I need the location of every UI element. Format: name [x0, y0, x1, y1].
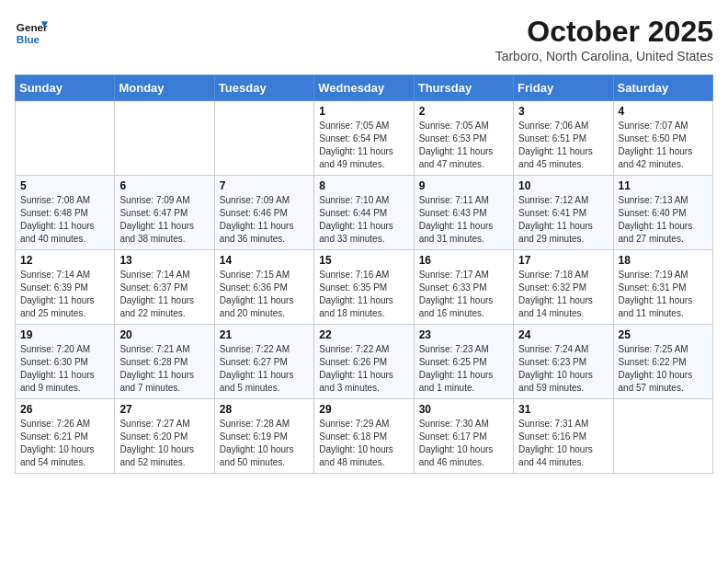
day-header-tuesday: Tuesday: [214, 75, 313, 101]
day-number: 11: [619, 179, 708, 192]
calendar-cell: 31Sunrise: 7:31 AM Sunset: 6:16 PM Dayli…: [514, 399, 613, 474]
day-header-wednesday: Wednesday: [314, 75, 414, 101]
day-info: Sunrise: 7:14 AM Sunset: 6:39 PM Dayligh…: [20, 269, 109, 320]
calendar-week-row: 26Sunrise: 7:26 AM Sunset: 6:21 PM Dayli…: [16, 399, 713, 474]
day-number: 15: [319, 254, 408, 267]
calendar-cell: [214, 101, 313, 176]
calendar-cell: 8Sunrise: 7:10 AM Sunset: 6:44 PM Daylig…: [314, 176, 414, 250]
day-number: 21: [220, 328, 309, 341]
day-header-thursday: Thursday: [414, 75, 513, 101]
day-info: Sunrise: 7:31 AM Sunset: 6:16 PM Dayligh…: [518, 418, 608, 469]
day-info: Sunrise: 7:22 AM Sunset: 6:27 PM Dayligh…: [220, 343, 309, 395]
calendar-cell: 9Sunrise: 7:11 AM Sunset: 6:43 PM Daylig…: [414, 176, 513, 250]
calendar-cell: 15Sunrise: 7:16 AM Sunset: 6:35 PM Dayli…: [314, 250, 414, 325]
day-number: 29: [319, 403, 408, 416]
calendar-cell: 4Sunrise: 7:07 AM Sunset: 6:50 PM Daylig…: [613, 101, 712, 176]
location-subtitle: Tarboro, North Carolina, United States: [495, 49, 713, 63]
day-info: Sunrise: 7:30 AM Sunset: 6:17 PM Dayligh…: [419, 418, 508, 469]
day-number: 18: [619, 254, 708, 267]
day-number: 27: [119, 403, 209, 416]
day-number: 10: [518, 179, 608, 192]
calendar-cell: 11Sunrise: 7:13 AM Sunset: 6:40 PM Dayli…: [613, 176, 712, 250]
day-info: Sunrise: 7:29 AM Sunset: 6:18 PM Dayligh…: [319, 418, 408, 469]
day-header-friday: Friday: [514, 75, 613, 101]
day-number: 14: [220, 254, 309, 267]
day-number: 7: [220, 179, 309, 192]
calendar-cell: [16, 101, 115, 176]
calendar-cell: 12Sunrise: 7:14 AM Sunset: 6:39 PM Dayli…: [16, 250, 115, 325]
day-info: Sunrise: 7:10 AM Sunset: 6:44 PM Dayligh…: [319, 194, 408, 246]
day-info: Sunrise: 7:07 AM Sunset: 6:50 PM Dayligh…: [619, 120, 708, 171]
day-number: 22: [319, 328, 408, 341]
calendar-cell: 25Sunrise: 7:25 AM Sunset: 6:22 PM Dayli…: [613, 325, 712, 399]
day-info: Sunrise: 7:15 AM Sunset: 6:36 PM Dayligh…: [220, 269, 309, 320]
day-info: Sunrise: 7:21 AM Sunset: 6:28 PM Dayligh…: [119, 343, 209, 395]
calendar-cell: [115, 101, 214, 176]
calendar-cell: 19Sunrise: 7:20 AM Sunset: 6:30 PM Dayli…: [16, 325, 115, 399]
day-info: Sunrise: 7:12 AM Sunset: 6:41 PM Dayligh…: [518, 194, 608, 246]
calendar-cell: 16Sunrise: 7:17 AM Sunset: 6:33 PM Dayli…: [414, 250, 513, 325]
calendar-cell: 27Sunrise: 7:27 AM Sunset: 6:20 PM Dayli…: [115, 399, 214, 474]
day-number: 30: [419, 403, 508, 416]
day-info: Sunrise: 7:23 AM Sunset: 6:25 PM Dayligh…: [419, 343, 508, 395]
calendar-cell: 13Sunrise: 7:14 AM Sunset: 6:37 PM Dayli…: [115, 250, 214, 325]
calendar-cell: 18Sunrise: 7:19 AM Sunset: 6:31 PM Dayli…: [613, 250, 712, 325]
month-title: October 2025: [495, 15, 713, 49]
calendar-table: SundayMondayTuesdayWednesdayThursdayFrid…: [15, 75, 713, 474]
day-info: Sunrise: 7:22 AM Sunset: 6:26 PM Dayligh…: [319, 343, 408, 395]
day-info: Sunrise: 7:18 AM Sunset: 6:32 PM Dayligh…: [518, 269, 608, 320]
calendar-cell: 22Sunrise: 7:22 AM Sunset: 6:26 PM Dayli…: [314, 325, 414, 399]
day-header-monday: Monday: [115, 75, 214, 101]
day-info: Sunrise: 7:25 AM Sunset: 6:22 PM Dayligh…: [619, 343, 708, 395]
day-number: 3: [518, 105, 608, 118]
calendar-week-row: 12Sunrise: 7:14 AM Sunset: 6:39 PM Dayli…: [16, 250, 713, 325]
day-info: Sunrise: 7:08 AM Sunset: 6:48 PM Dayligh…: [20, 194, 109, 246]
calendar-cell: 28Sunrise: 7:28 AM Sunset: 6:19 PM Dayli…: [214, 399, 313, 474]
day-info: Sunrise: 7:20 AM Sunset: 6:30 PM Dayligh…: [20, 343, 109, 395]
day-info: Sunrise: 7:09 AM Sunset: 6:47 PM Dayligh…: [119, 194, 209, 246]
calendar-cell: 7Sunrise: 7:09 AM Sunset: 6:46 PM Daylig…: [214, 176, 313, 250]
day-number: 16: [419, 254, 508, 267]
day-number: 4: [619, 105, 708, 118]
day-number: 28: [220, 403, 309, 416]
day-number: 9: [419, 179, 508, 192]
day-number: 26: [20, 403, 109, 416]
logo-icon: General Blue: [15, 15, 48, 48]
day-header-sunday: Sunday: [16, 75, 115, 101]
day-info: Sunrise: 7:13 AM Sunset: 6:40 PM Dayligh…: [619, 194, 708, 246]
calendar-cell: 3Sunrise: 7:06 AM Sunset: 6:51 PM Daylig…: [514, 101, 613, 176]
calendar-cell: [613, 399, 712, 474]
day-number: 23: [419, 328, 508, 341]
svg-text:Blue: Blue: [17, 33, 40, 45]
day-number: 12: [20, 254, 109, 267]
day-info: Sunrise: 7:16 AM Sunset: 6:35 PM Dayligh…: [319, 269, 408, 320]
calendar-cell: 24Sunrise: 7:24 AM Sunset: 6:23 PM Dayli…: [514, 325, 613, 399]
calendar-week-row: 1Sunrise: 7:05 AM Sunset: 6:54 PM Daylig…: [16, 101, 713, 176]
calendar-cell: 20Sunrise: 7:21 AM Sunset: 6:28 PM Dayli…: [115, 325, 214, 399]
calendar-cell: 29Sunrise: 7:29 AM Sunset: 6:18 PM Dayli…: [314, 399, 414, 474]
day-info: Sunrise: 7:11 AM Sunset: 6:43 PM Dayligh…: [419, 194, 508, 246]
day-number: 24: [518, 328, 608, 341]
day-number: 17: [518, 254, 608, 267]
day-number: 20: [119, 328, 209, 341]
day-info: Sunrise: 7:19 AM Sunset: 6:31 PM Dayligh…: [619, 269, 708, 320]
calendar-header-row: SundayMondayTuesdayWednesdayThursdayFrid…: [16, 75, 713, 101]
title-block: October 2025 Tarboro, North Carolina, Un…: [495, 15, 713, 63]
day-number: 19: [20, 328, 109, 341]
day-number: 31: [518, 403, 608, 416]
calendar-cell: 17Sunrise: 7:18 AM Sunset: 6:32 PM Dayli…: [514, 250, 613, 325]
day-info: Sunrise: 7:09 AM Sunset: 6:46 PM Dayligh…: [220, 194, 309, 246]
day-number: 2: [419, 105, 508, 118]
calendar-cell: 23Sunrise: 7:23 AM Sunset: 6:25 PM Dayli…: [414, 325, 513, 399]
day-info: Sunrise: 7:05 AM Sunset: 6:54 PM Dayligh…: [319, 120, 408, 171]
calendar-cell: 1Sunrise: 7:05 AM Sunset: 6:54 PM Daylig…: [314, 101, 414, 176]
day-number: 1: [319, 105, 408, 118]
day-info: Sunrise: 7:26 AM Sunset: 6:21 PM Dayligh…: [20, 418, 109, 469]
day-header-saturday: Saturday: [613, 75, 712, 101]
calendar-cell: 30Sunrise: 7:30 AM Sunset: 6:17 PM Dayli…: [414, 399, 513, 474]
day-info: Sunrise: 7:06 AM Sunset: 6:51 PM Dayligh…: [518, 120, 608, 171]
calendar-cell: 26Sunrise: 7:26 AM Sunset: 6:21 PM Dayli…: [16, 399, 115, 474]
calendar-week-row: 19Sunrise: 7:20 AM Sunset: 6:30 PM Dayli…: [16, 325, 713, 399]
day-number: 5: [20, 179, 109, 192]
logo: General Blue: [15, 15, 48, 48]
